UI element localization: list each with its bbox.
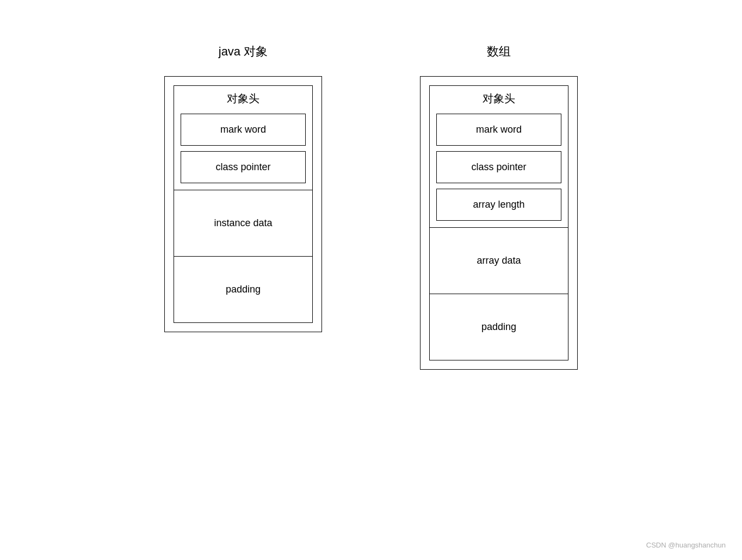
java-object-outer-box: 对象头 mark word class pointer instance dat… xyxy=(164,76,322,332)
java-object-padding: padding xyxy=(174,257,313,323)
array-mark-word: mark word xyxy=(436,114,561,146)
array-data: array data xyxy=(429,228,568,294)
page-container: java 对象 对象头 mark word class pointer inst… xyxy=(0,0,742,560)
array-length: array length xyxy=(436,189,561,221)
java-object-title: java 对象 xyxy=(219,43,268,60)
array-header-label: 对象头 xyxy=(483,91,515,106)
array-outer-box: 对象头 mark word class pointer array length… xyxy=(420,76,578,370)
java-object-header-label: 对象头 xyxy=(227,91,259,106)
array-header-section: 对象头 mark word class pointer array length xyxy=(429,85,568,228)
java-object-header-section: 对象头 mark word class pointer xyxy=(174,85,313,190)
array-diagram: 数组 对象头 mark word class pointer array len… xyxy=(420,43,578,370)
java-object-mark-word: mark word xyxy=(181,114,306,146)
java-object-class-pointer: class pointer xyxy=(181,151,306,183)
array-title: 数组 xyxy=(487,43,511,60)
java-object-instance-data: instance data xyxy=(174,190,313,257)
watermark: CSDN @huangshanchun xyxy=(646,541,726,549)
java-object-diagram: java 对象 对象头 mark word class pointer inst… xyxy=(164,43,322,332)
array-padding: padding xyxy=(429,294,568,360)
array-class-pointer: class pointer xyxy=(436,151,561,183)
